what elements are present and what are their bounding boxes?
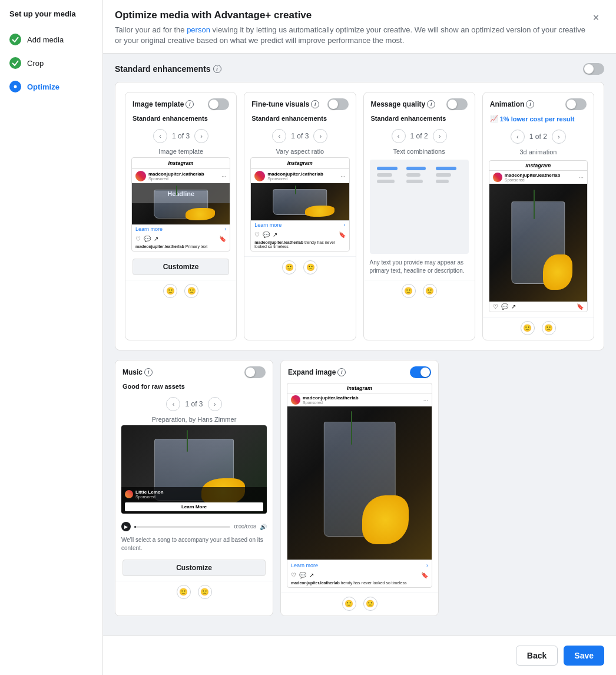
- expand-comment-icon[interactable]: 💬: [299, 572, 306, 578]
- insta-user-row: madeonjupiter.leatherlab Sponsored ···: [132, 169, 230, 183]
- music-learn-more-btn[interactable]: Learn More: [125, 502, 263, 511]
- back-button[interactable]: Back: [516, 646, 558, 666]
- dialog-header: Optimize media with Advantage+ creative …: [103, 0, 616, 54]
- expand-dislike-btn[interactable]: 🙁: [363, 597, 377, 611]
- image-template-prev-btn[interactable]: ‹: [153, 129, 167, 143]
- image-template-subtitle: Standard enhancements: [125, 115, 236, 125]
- sidebar-item-optimize[interactable]: Optimize: [0, 75, 102, 98]
- animation-bookmark-icon[interactable]: 🔖: [577, 303, 584, 310]
- fine-tune-info-icon[interactable]: i: [311, 100, 319, 108]
- music-dislike-btn[interactable]: 🙁: [198, 585, 212, 599]
- standard-enhancements-info-icon[interactable]: i: [213, 65, 221, 73]
- message-quality-subtitle: Standard enhancements: [364, 115, 475, 125]
- expand-food-image: [287, 406, 432, 560]
- fine-tune-preview: Instagram madeonjupiter.leatherlab Spons…: [250, 157, 349, 252]
- animation-count: 1 of 2: [529, 133, 547, 141]
- message-quality-next-btn[interactable]: ›: [433, 129, 447, 143]
- insta-username: madeonjupiter.leatherlab: [148, 171, 204, 177]
- message-quality-like-btn[interactable]: 🙂: [402, 284, 416, 298]
- image-template-customize-btn[interactable]: Customize: [133, 259, 229, 275]
- music-song-name: Preparation, by Hans Zimmer: [115, 415, 273, 425]
- music-like-btn[interactable]: 🙂: [177, 585, 191, 599]
- fine-tune-count: 1 of 3: [291, 132, 309, 140]
- animation-prev-btn[interactable]: ‹: [511, 130, 525, 144]
- expand-image-header: Expand image i: [281, 360, 438, 383]
- fine-tune-dislike-btn[interactable]: 🙁: [303, 260, 317, 274]
- fine-tune-toggle[interactable]: [327, 98, 349, 110]
- sidebar-item-crop[interactable]: Crop: [0, 51, 102, 75]
- comment-icon[interactable]: 💬: [144, 236, 151, 242]
- image-template-mock: Instagram madeonjupiter.leatherlab Spons…: [132, 158, 230, 251]
- music-customize-btn[interactable]: Customize: [122, 560, 266, 576]
- message-quality-dislike-btn[interactable]: 🙁: [423, 284, 437, 298]
- image-template-like-btn[interactable]: 🙂: [163, 284, 177, 298]
- message-quality-toggle[interactable]: [446, 98, 468, 110]
- expand-like-icon[interactable]: ♡: [291, 572, 296, 578]
- message-quality-preview-label: Text combinations: [364, 147, 475, 157]
- image-template-card-header: Image template i: [125, 92, 236, 115]
- animation-toggle[interactable]: [565, 98, 587, 110]
- animation-info-icon[interactable]: i: [526, 100, 534, 108]
- fine-tune-title: Fine-tune visuals i: [251, 100, 319, 108]
- fine-tune-username: madeonjupiter.leatherlab: [267, 171, 323, 177]
- fine-tune-comment-icon[interactable]: 💬: [263, 231, 270, 238]
- fine-tune-like-btn[interactable]: 🙂: [282, 260, 296, 274]
- person-link[interactable]: person: [187, 25, 210, 34]
- bookmark-icon[interactable]: 🔖: [219, 236, 226, 242]
- image-template-toggle[interactable]: [208, 98, 229, 110]
- add-media-label: Add media: [27, 35, 64, 44]
- animation-like-icon[interactable]: ♡: [493, 303, 498, 310]
- like-icon[interactable]: ♡: [135, 236, 141, 242]
- empty-column: [446, 360, 604, 616]
- music-prev-btn[interactable]: ‹: [166, 397, 180, 411]
- music-next-btn[interactable]: ›: [208, 397, 222, 411]
- sidebar-item-add-media[interactable]: Add media: [0, 28, 102, 51]
- expand-share-icon[interactable]: ↗: [309, 572, 314, 578]
- music-info-icon[interactable]: i: [144, 368, 153, 376]
- save-button[interactable]: Save: [564, 646, 604, 666]
- fine-tune-bookmark-icon[interactable]: 🔖: [339, 231, 346, 238]
- animation-card-header: Animation i: [483, 92, 594, 115]
- standard-enhancements-toggle[interactable]: [583, 63, 604, 75]
- expand-bookmark-icon[interactable]: 🔖: [421, 572, 428, 578]
- standard-enhancements-title: Standard enhancements i: [115, 64, 221, 74]
- close-button[interactable]: ×: [588, 9, 604, 26]
- animation-dislike-btn[interactable]: 🙁: [542, 321, 556, 335]
- image-template-count: 1 of 3: [172, 132, 190, 140]
- image-template-info-icon[interactable]: i: [186, 100, 194, 108]
- expand-image-toggle[interactable]: [410, 366, 431, 378]
- image-template-next-btn[interactable]: ›: [194, 129, 208, 143]
- image-template-dislike-btn[interactable]: 🙁: [184, 284, 198, 298]
- insta-actions: ♡ 💬 ↗ 🔖: [132, 234, 230, 244]
- expand-learn-more[interactable]: Learn more ›: [287, 560, 432, 570]
- music-progress-fill: [134, 526, 136, 528]
- insta-learn-more[interactable]: Learn more ›: [132, 224, 230, 234]
- fine-tune-like-icon[interactable]: ♡: [254, 231, 260, 238]
- expand-like-btn[interactable]: 🙂: [342, 597, 356, 611]
- fine-tune-insta-logo: Instagram: [251, 158, 349, 169]
- text-combo-row1: [377, 167, 462, 186]
- music-progress-bar[interactable]: [134, 526, 230, 528]
- message-quality-info-icon[interactable]: i: [427, 100, 435, 108]
- animation-like-btn[interactable]: 🙂: [521, 321, 535, 335]
- music-play-btn[interactable]: ▶: [121, 522, 131, 531]
- music-volume-icon[interactable]: 🔊: [260, 524, 267, 530]
- image-template-preview: Instagram madeonjupiter.leatherlab Spons…: [131, 157, 230, 252]
- fine-tune-next-btn[interactable]: ›: [313, 129, 327, 143]
- share-icon[interactable]: ↗: [154, 236, 158, 242]
- animation-share-icon[interactable]: ↗: [511, 303, 516, 310]
- fine-tune-prev-btn[interactable]: ‹: [272, 129, 286, 143]
- sidebar-title: Set up your media: [0, 9, 102, 28]
- expand-insta-logo: Instagram: [287, 383, 432, 393]
- animation-comment-icon[interactable]: 💬: [501, 303, 508, 310]
- expand-image-info-icon[interactable]: i: [337, 368, 346, 376]
- fine-tune-share-icon[interactable]: ↗: [273, 231, 277, 238]
- fine-tune-learn-more[interactable]: Learn more ›: [251, 220, 349, 230]
- crop-label: Crop: [27, 59, 44, 68]
- message-quality-prev-btn[interactable]: ‹: [392, 129, 406, 143]
- fine-tune-card-header: Fine-tune visuals i: [244, 92, 355, 115]
- music-toggle[interactable]: [244, 366, 266, 378]
- expand-image-reactions: 🙂 🙁: [281, 593, 438, 616]
- animation-next-btn[interactable]: ›: [552, 130, 566, 144]
- music-thumbnail: Little Lemon Sponsored Learn More: [121, 425, 267, 514]
